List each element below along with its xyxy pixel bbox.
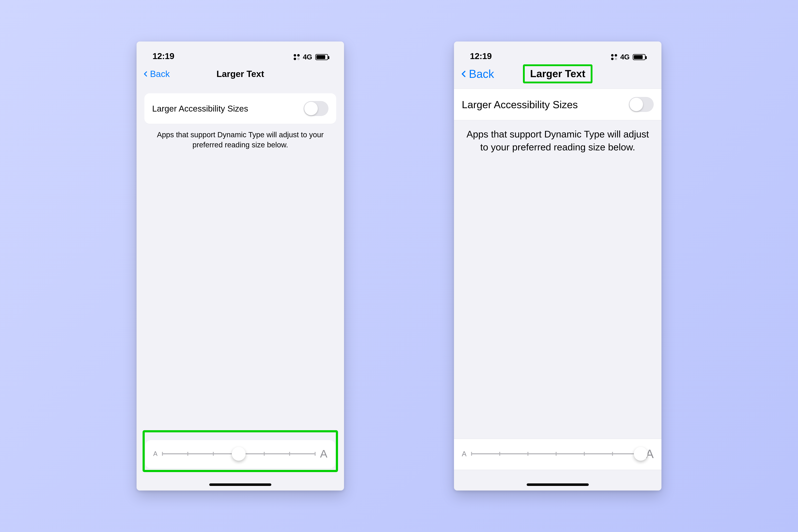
- phone-screenshot-larger: 12:19 4G Back Larger Text La: [454, 41, 662, 491]
- description-text: Apps that support Dynamic Type will adju…: [454, 120, 662, 154]
- chevron-left-icon: [460, 70, 468, 78]
- accessibility-sizes-row: Larger Accessibility Sizes: [454, 89, 662, 120]
- accessibility-sizes-toggle[interactable]: [629, 97, 654, 112]
- status-bar: 12:19 4G: [136, 41, 344, 63]
- back-button[interactable]: Back: [142, 69, 170, 79]
- home-indicator[interactable]: [527, 483, 589, 486]
- status-network: 4G: [303, 53, 312, 61]
- text-size-slider-card: A A: [146, 440, 335, 469]
- text-size-min-icon: A: [153, 451, 157, 457]
- home-indicator[interactable]: [209, 483, 271, 486]
- nav-bar: Back Larger Text: [136, 63, 344, 85]
- slider-ticks: [472, 453, 641, 454]
- status-time: 12:19: [470, 51, 492, 61]
- text-size-min-icon: A: [462, 450, 467, 457]
- battery-icon: [315, 54, 328, 60]
- back-label: Back: [469, 68, 494, 80]
- phone-screenshot-default: 12:19 4G Back Larger Text La: [136, 41, 344, 491]
- text-size-slider[interactable]: [472, 453, 641, 454]
- text-size-slider-card: A A: [454, 439, 662, 470]
- toggle-label: Larger Accessibility Sizes: [462, 99, 578, 111]
- battery-icon: [633, 54, 646, 60]
- page-title: Larger Text: [216, 69, 264, 79]
- back-button[interactable]: Back: [460, 68, 494, 80]
- signal-icon: [611, 54, 617, 60]
- slider-thumb[interactable]: [634, 447, 648, 461]
- text-size-max-icon: A: [320, 448, 327, 459]
- status-time: 12:19: [152, 51, 174, 61]
- chevron-left-icon: [142, 71, 149, 77]
- back-label: Back: [150, 69, 170, 79]
- accessibility-sizes-toggle[interactable]: [304, 101, 328, 116]
- nav-bar: Back Larger Text: [454, 63, 662, 85]
- accessibility-sizes-row: Larger Accessibility Sizes: [144, 93, 336, 124]
- status-network: 4G: [620, 53, 629, 61]
- page-title-highlighted: Larger Text: [523, 64, 592, 83]
- toggle-label: Larger Accessibility Sizes: [152, 104, 248, 114]
- text-size-slider[interactable]: [163, 453, 315, 454]
- status-bar: 12:19 4G: [454, 41, 662, 63]
- signal-icon: [294, 54, 300, 60]
- slider-thumb[interactable]: [232, 447, 246, 461]
- description-text: Apps that support Dynamic Type will adju…: [136, 124, 344, 150]
